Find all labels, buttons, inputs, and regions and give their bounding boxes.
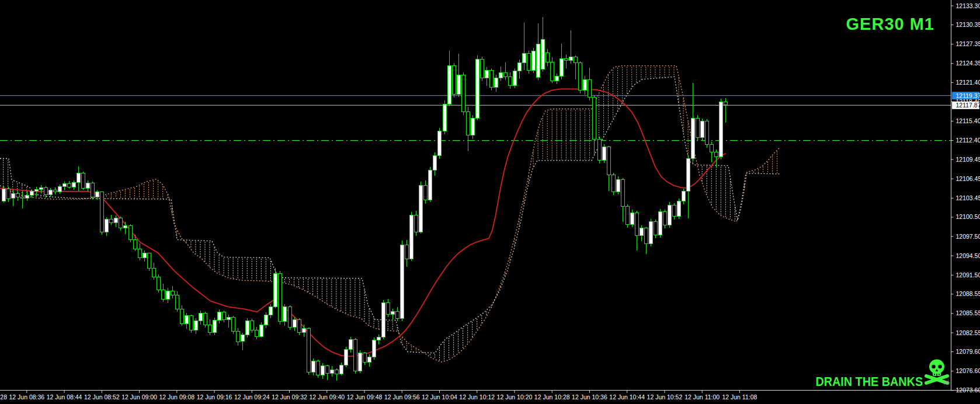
candle-body [663, 211, 667, 225]
symbol-timeframe-watermark: GER30 M1 [846, 15, 934, 34]
price-axis-label: 12073.60 [956, 386, 980, 393]
price-axis-label: 12103.45 [956, 194, 980, 201]
candle-body [706, 121, 709, 145]
time-axis-label: 12 Jun 11:00 [684, 393, 720, 400]
candle-body [541, 39, 545, 69]
candle-body [218, 312, 221, 320]
candle-body [419, 186, 423, 232]
candle-body [668, 205, 672, 225]
candle-body [546, 53, 550, 62]
candle-body [387, 303, 390, 315]
candle-body [86, 183, 90, 189]
price-axis-label: 12109.45 [956, 156, 980, 163]
candle-body [241, 335, 245, 342]
price-axis-label: 12115.40 [956, 117, 980, 124]
candle-body [143, 253, 147, 258]
candle-body [373, 340, 376, 357]
time-axis-label: 12 Jun 10:04 [422, 393, 457, 400]
candle-body [532, 51, 536, 70]
candle-body [114, 218, 118, 223]
candle-body [471, 118, 475, 135]
candle-body [82, 173, 85, 188]
candle-body [265, 315, 268, 325]
candle-body [260, 325, 263, 336]
candle-body [283, 307, 287, 321]
candle-body [68, 184, 71, 187]
candle-body [213, 321, 217, 333]
price-axis-label: 12130.35 [956, 21, 980, 28]
candle-body [382, 303, 385, 337]
candle-body [687, 159, 690, 191]
candle-body [377, 337, 381, 340]
candle-body [223, 312, 226, 319]
time-axis-label: 12 Jun 10:20 [497, 393, 533, 400]
candle-body [208, 325, 212, 332]
candle-body [659, 211, 662, 235]
price-axis-label: 12100.50 [956, 213, 980, 220]
candle-body [246, 321, 249, 335]
candle-body [560, 59, 564, 76]
price-axis[interactable]: 12133.3012130.3512127.3512124.3512121.40… [951, 2, 980, 394]
candle-body [91, 183, 95, 197]
candle-body [443, 105, 447, 131]
candle-body [110, 219, 113, 223]
candle-body [405, 245, 409, 259]
candle-body [593, 97, 596, 140]
candle-body [490, 70, 494, 87]
candle-body [157, 277, 161, 290]
candle-body [527, 54, 531, 71]
candle-body [326, 366, 329, 373]
candle-body [171, 291, 175, 295]
candle-body [321, 366, 325, 375]
candle-body [518, 62, 522, 71]
candle-body [185, 316, 189, 323]
price-chart-canvas[interactable]: 12133.3012130.3512127.3512124.3512121.40… [0, 0, 980, 404]
candle-body [565, 59, 568, 61]
candle-body [274, 273, 277, 307]
candle-body [569, 57, 573, 61]
candle-body [495, 78, 498, 87]
candle-body [21, 197, 25, 198]
candle-body [612, 175, 616, 192]
candle-body [96, 192, 99, 197]
candle-body [44, 187, 48, 194]
candle-body [588, 80, 592, 97]
time-axis-label: 12 Jun 08:28 [0, 393, 7, 400]
candle-body [58, 186, 62, 192]
candle-body [30, 191, 34, 196]
candle-body [255, 330, 259, 336]
candle-body [724, 102, 728, 105]
chart-window: 12133.3012130.3512127.3512124.3512121.40… [0, 0, 980, 404]
price-axis-label: 12121.40 [956, 79, 980, 86]
candle-body [654, 222, 658, 235]
candle-body [293, 319, 297, 327]
candle-body [453, 66, 456, 95]
candle-body [645, 228, 648, 244]
candle-body [180, 309, 184, 323]
time-axis-label: 12 Jun 08:44 [47, 393, 82, 400]
candle-body [481, 60, 484, 78]
candle-body [119, 218, 123, 228]
time-axis-label: 12 Jun 10:52 [647, 393, 683, 400]
price-axis-label: 12127.35 [956, 40, 980, 47]
candle-body [124, 225, 127, 228]
candle-body [523, 54, 526, 62]
candle-body [396, 311, 399, 318]
candle-body [312, 361, 315, 372]
candle-body [701, 121, 704, 138]
price-axis-label: 12097.50 [956, 233, 980, 240]
time-axis-label: 12 Jun 10:44 [609, 393, 645, 400]
candle-body [7, 189, 11, 198]
candle-body [54, 190, 57, 192]
candle-body [617, 180, 620, 192]
candle-body [77, 173, 81, 182]
candle-body [359, 353, 362, 371]
ask-price-label: 12119.37 [956, 92, 980, 99]
candle-body [499, 73, 503, 78]
candle-body [673, 205, 676, 217]
candle-body [40, 187, 43, 189]
candle-body [349, 340, 353, 350]
candle-body [579, 62, 582, 90]
candle-body [129, 225, 133, 239]
candle-body [49, 190, 53, 195]
